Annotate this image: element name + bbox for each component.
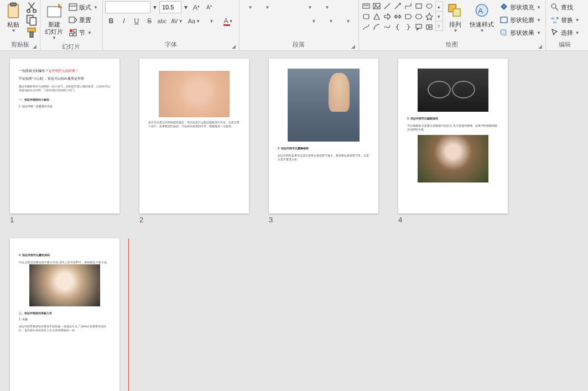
shape-effects-button[interactable]: 形状效果▼ [497, 27, 543, 39]
line-spacing-button[interactable]: ▼ [301, 1, 318, 13]
shapes-gallery[interactable] [361, 1, 434, 32]
highlight-button[interactable]: ▼ [203, 15, 220, 27]
svg-rect-68 [363, 14, 369, 19]
strike-icon: S [147, 17, 152, 25]
clear-format-button[interactable] [216, 1, 228, 13]
grow-font-button[interactable]: A▴ [190, 1, 202, 13]
copy-button[interactable] [25, 14, 38, 26]
new-slide-label: 新建 幻灯片 [45, 21, 63, 35]
paragraph-dialog-launcher-icon[interactable]: ◢ [351, 44, 355, 49]
shadow-button[interactable]: abc [156, 15, 168, 27]
shape-triangle[interactable] [372, 12, 382, 22]
align-text-button[interactable]: ▼ [322, 15, 339, 27]
align-left-button[interactable] [242, 15, 254, 27]
font-color-button[interactable]: A▼ [220, 15, 237, 27]
svg-line-64 [384, 3, 390, 9]
new-slide-button[interactable]: 新建 幻灯片 ▼ [43, 1, 65, 41]
shrink-font-button[interactable]: A▾ [203, 1, 215, 13]
shape-brace-right[interactable] [403, 22, 413, 32]
slide-sorter-canvas[interactable]: 一拍照就丑到爆炸？证件照怎么拍好看？ 牢记拍照"小心机"，你也可以拍出最美证件照… [0, 51, 588, 391]
format-painter-button[interactable] [25, 27, 38, 39]
text-direction-button[interactable]: A▼ [319, 1, 335, 13]
reset-button[interactable]: 重置 [66, 14, 100, 26]
shape-roundrect[interactable] [361, 12, 371, 22]
shape-fill-button[interactable]: 形状填充▼ [497, 1, 543, 13]
shapes-scroll-down[interactable]: ▾ [435, 11, 443, 21]
shape-callout[interactable] [414, 22, 424, 32]
change-case-icon: Aa [188, 18, 195, 24]
shape-arc[interactable] [372, 22, 382, 32]
shape-action[interactable] [424, 22, 434, 32]
slide-thumb-5[interactable]: 4. 拍证件照可以露齿笑吗 可以,但是笑容要自然不要太夸张,露出上排牙齿即可。保… [10, 238, 119, 391]
svg-rect-0 [8, 4, 19, 18]
smartart-button[interactable]: ▼ [340, 15, 356, 27]
shrink-font-icon: A▾ [206, 4, 212, 11]
clipboard-dialog-launcher-icon[interactable]: ◢ [33, 44, 37, 49]
bold-button[interactable]: B [105, 15, 117, 27]
drawing-dialog-launcher-icon[interactable]: ◢ [538, 44, 542, 49]
shape-arrow-line[interactable] [393, 1, 403, 11]
font-size-dropdown[interactable]: ▾ [182, 1, 190, 13]
brush-icon [25, 27, 38, 39]
cut-button[interactable] [25, 1, 38, 13]
shape-line[interactable] [382, 1, 392, 11]
shape-freeform[interactable] [382, 22, 392, 32]
find-button[interactable]: 查找 [548, 1, 582, 13]
numbering-button[interactable]: 123▼ [259, 1, 275, 13]
font-name-dropdown[interactable]: ▾ [151, 1, 159, 13]
change-case-button[interactable]: Aa▼ [186, 15, 202, 27]
layout-icon [69, 3, 77, 12]
shape-curve[interactable] [361, 22, 371, 32]
shape-picture[interactable] [372, 1, 382, 11]
shape-outline-button[interactable]: 形状轮廓▼ [497, 14, 543, 26]
align-right-button[interactable] [267, 15, 279, 27]
chevron-down-icon: ▼ [12, 28, 16, 33]
shape-hexagon[interactable] [414, 12, 424, 22]
cut-icon [25, 1, 38, 13]
strike-button[interactable]: S [143, 15, 155, 27]
slide-number: 3 [269, 216, 378, 224]
shape-connector[interactable] [403, 1, 413, 11]
layout-button[interactable]: 版式▼ [66, 1, 100, 13]
shape-star[interactable] [424, 12, 434, 22]
quick-styles-button[interactable]: A 快速样式▼ [467, 1, 496, 34]
char-spacing-icon: AV [171, 18, 178, 24]
shape-rect[interactable] [414, 1, 424, 11]
slide-thumb-2[interactable]: 露出耳朵是证件照的硬性规定，无论你是什么脸型都要露出耳朵。但是也有小技巧，如果脸… [139, 59, 249, 224]
font-name-input[interactable] [105, 1, 150, 13]
shape-double-arrow[interactable] [393, 12, 403, 22]
shape-textbox[interactable] [361, 1, 371, 11]
justify-button[interactable] [280, 15, 292, 27]
svg-rect-69 [416, 24, 422, 28]
paste-button[interactable]: 粘贴 ▼ [2, 1, 24, 34]
italic-button[interactable]: I [118, 15, 130, 27]
select-button[interactable]: 选择▼ [548, 27, 582, 39]
shapes-scroll-up[interactable]: ▴ [435, 1, 443, 11]
underline-button[interactable]: U [131, 15, 143, 27]
shape-pentagon-arrow[interactable] [403, 12, 413, 22]
char-spacing-button[interactable]: AV▼ [169, 15, 185, 27]
distribute-button[interactable] [293, 15, 305, 27]
bullets-button[interactable]: ▼ [242, 1, 258, 13]
shape-outline-icon [499, 15, 508, 24]
new-slide-icon [45, 2, 63, 20]
decrease-indent-button[interactable] [276, 1, 288, 13]
svg-rect-14 [70, 33, 72, 36]
replace-button[interactable]: abac替换▼ [548, 14, 582, 26]
font-size-input[interactable] [159, 1, 181, 13]
shape-right-arrow[interactable] [382, 12, 392, 22]
increase-indent-button[interactable] [289, 1, 301, 13]
editing-label: 编辑 [559, 41, 571, 48]
shape-brace-left[interactable] [393, 22, 403, 32]
align-center-button[interactable] [254, 15, 267, 27]
shapes-expand[interactable]: ▿ [435, 21, 443, 31]
slide-thumb-4[interactable]: 3. 拍证件照可以戴眼镜吗 可以戴眼镜,但是要注意眼镜不能反光,也不能遮住眼睛。… [398, 59, 508, 224]
slide-thumb-1[interactable]: 一拍照就丑到爆炸？证件照怎么拍好看？ 牢记拍照"小心机"，你也可以拍出最美证件照… [10, 59, 119, 224]
section-button[interactable]: 节▼ [66, 27, 100, 39]
font-dialog-launcher-icon[interactable]: ◢ [232, 44, 236, 49]
columns-button[interactable]: ▼ [305, 15, 322, 27]
arrange-button[interactable]: 排列▼ [444, 1, 466, 34]
shape-oval[interactable] [424, 1, 434, 11]
slide-thumb-3[interactable]: 2. 拍证件照可以露胸锁骨 拍证件照时如果可以露出锁骨会显得脖子修长，整体看起来… [269, 59, 378, 224]
svg-point-67 [426, 4, 432, 8]
